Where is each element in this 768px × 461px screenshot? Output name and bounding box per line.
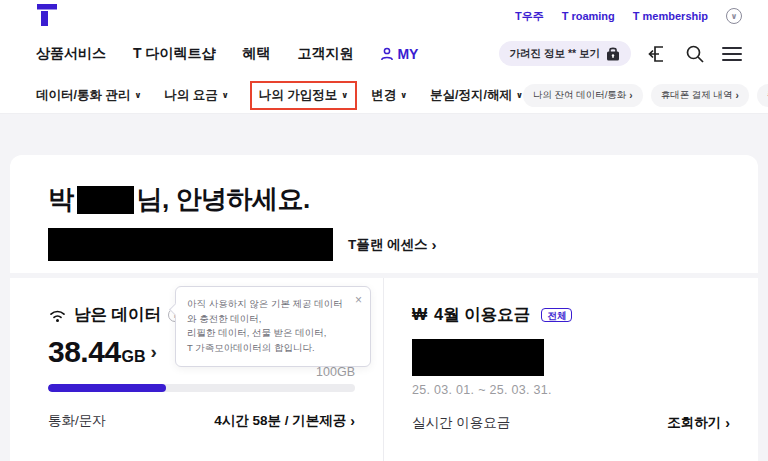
realtime-fee-row: 실시간 이용요금 조회하기 › [412, 414, 730, 432]
close-icon: × [355, 293, 362, 307]
nav-item-products[interactable]: 상품서비스 [36, 45, 106, 63]
show-masked-info-button[interactable]: 가려진 정보 ** 보기 [499, 41, 631, 66]
link-t-uju[interactable]: T우주 [515, 9, 544, 24]
main-nav-items: 상품서비스 T 다이렉트샵 혜택 고객지원 MY [36, 45, 418, 63]
chevron-down-icon: ∨ [222, 90, 229, 100]
billing-period: 25. 03. 01. ~ 25. 03. 31. [412, 383, 730, 397]
quick-link-phone-payment-history[interactable]: 휴대폰 결제 내역 › [651, 84, 749, 107]
calls-texts-row: 통화/문자 4시간 58분 / 기본제공 › [48, 412, 355, 430]
main-content: 박 님, 안녕하세요. T플랜 에센스 › 남은 데이터 i [0, 114, 768, 461]
nav-item-direct-shop[interactable]: T 다이렉트샵 [133, 45, 215, 63]
topbar-expand-button[interactable]: ∨ [726, 8, 742, 24]
won-icon: ₩ [412, 306, 427, 324]
subnav-item-change[interactable]: 변경 ∨ [371, 87, 407, 104]
masked-info-label: 가려진 정보 ** 보기 [510, 47, 600, 61]
plan-row: T플랜 에센스 › [48, 228, 720, 261]
chevron-right-icon: › [725, 415, 730, 431]
data-tooltip: 아직 사용하지 않은 기본 제공 데이터와 충전한 데이터, 리필한 데이터, … [175, 286, 371, 367]
chevron-right-icon: › [735, 90, 738, 101]
billing-panel: ₩ 4월 이용요금 전체 25. 03. 01. ~ 25. 03. 31. 실… [384, 278, 758, 461]
chevron-right-icon: › [432, 236, 437, 253]
remaining-data-panel: 남은 데이터 i 아직 사용하지 않은 기본 제공 데이터와 충전한 데이터, … [10, 278, 384, 461]
quick-link-remaining-data[interactable]: 나의 잔여 데이터/통화 › [523, 84, 643, 107]
subnav-item-my-subscription-info[interactable]: 나의 가입정보 ∨ [250, 81, 357, 110]
person-icon [380, 47, 394, 61]
link-t-membership[interactable]: T membership [633, 10, 708, 22]
logout-button[interactable] [648, 44, 668, 64]
my-subnav: 데이터/통화 관리 ∨ 나의 요금 ∨ 나의 가입정보 ∨ 변경 ∨ 분실/정지… [0, 77, 768, 114]
subnav-item-my-fees[interactable]: 나의 요금 ∨ [164, 87, 228, 104]
lock-icon [606, 46, 620, 61]
link-t-roaming[interactable]: T roaming [562, 10, 615, 22]
remaining-data-title: 남은 데이터 [74, 304, 161, 326]
greeting-suffix: 님, 안녕하세요. [137, 182, 310, 217]
chevron-right-icon: › [350, 413, 355, 429]
nav-item-support[interactable]: 고객지원 [297, 45, 353, 63]
quick-link-immediate-payment[interactable]: 즉시 납부 › [757, 84, 768, 107]
nav-item-my-label: MY [397, 46, 418, 62]
subnav-item-data-call[interactable]: 데이터/통화 관리 ∨ [36, 87, 141, 104]
hamburger-icon [722, 47, 742, 49]
tooltip-close-button[interactable]: × [355, 294, 362, 306]
nav-item-my[interactable]: MY [380, 46, 418, 62]
t-logo[interactable] [36, 4, 58, 28]
search-icon [685, 44, 705, 64]
t-logo-icon [36, 4, 58, 28]
realtime-fee-action-link[interactable]: 조회하기 › [667, 414, 730, 432]
wifi-icon [48, 308, 67, 323]
billing-title: 4월 이용요금 [434, 304, 530, 326]
top-utility-bar: T우주 T roaming T membership ∨ [0, 0, 768, 30]
data-progress-fill [48, 384, 166, 392]
main-nav-actions: 가려진 정보 ** 보기 [499, 41, 742, 66]
chevron-down-icon: ∨ [400, 90, 407, 100]
main-nav: 상품서비스 T 다이렉트샵 혜택 고객지원 MY 가려진 정보 ** 보기 [0, 30, 768, 77]
calls-texts-value-link[interactable]: 4시간 58분 / 기본제공 › [214, 412, 355, 430]
chevron-right-icon: › [151, 341, 157, 363]
search-button[interactable] [685, 44, 705, 64]
subnav-quick-links: 나의 잔여 데이터/통화 › 휴대폰 결제 내역 › 즉시 납부 › 레인보우 … [523, 84, 768, 107]
chevron-down-icon: ∨ [731, 12, 738, 21]
greeting-heading: 박 님, 안녕하세요. [48, 182, 720, 217]
chevron-down-icon: ∨ [516, 90, 523, 100]
logout-icon [648, 44, 668, 64]
usage-billing-card: 남은 데이터 i 아직 사용하지 않은 기본 제공 데이터와 충전한 데이터, … [10, 278, 758, 461]
menu-button[interactable] [722, 47, 742, 61]
chevron-right-icon: › [629, 90, 632, 101]
redacted-billing-amount [412, 339, 544, 376]
billing-badge-all[interactable]: 전체 [541, 308, 572, 323]
realtime-fee-label: 실시간 이용요금 [412, 414, 510, 432]
subnav-item-loss-suspend[interactable]: 분실/정지/해제 ∨ [430, 87, 523, 104]
subnav-items: 데이터/통화 관리 ∨ 나의 요금 ∨ 나의 가입정보 ∨ 변경 ∨ 분실/정지… [36, 87, 523, 104]
remaining-data-value: 38.44 [48, 335, 121, 369]
data-progress-bar[interactable] [48, 384, 355, 392]
greeting-card: 박 님, 안녕하세요. T플랜 에센스 › [10, 155, 758, 273]
redacted-name [77, 186, 134, 214]
greeting-name-prefix: 박 [48, 182, 74, 217]
chevron-down-icon: ∨ [134, 90, 141, 100]
tooltip-text: 아직 사용하지 않은 기본 제공 데이터와 충전한 데이터, 리필한 데이터, … [187, 297, 348, 356]
calls-texts-label: 통화/문자 [48, 412, 106, 430]
remaining-data-unit: GB [122, 348, 146, 366]
chevron-down-icon: ∨ [341, 90, 348, 100]
nav-item-benefits[interactable]: 혜택 [242, 45, 270, 63]
billing-header: ₩ 4월 이용요금 전체 [412, 304, 730, 326]
topbar-links: T우주 T roaming T membership ∨ [515, 8, 742, 24]
plan-link[interactable]: T플랜 에센스 › [348, 236, 437, 254]
redacted-phone-number [48, 228, 333, 261]
